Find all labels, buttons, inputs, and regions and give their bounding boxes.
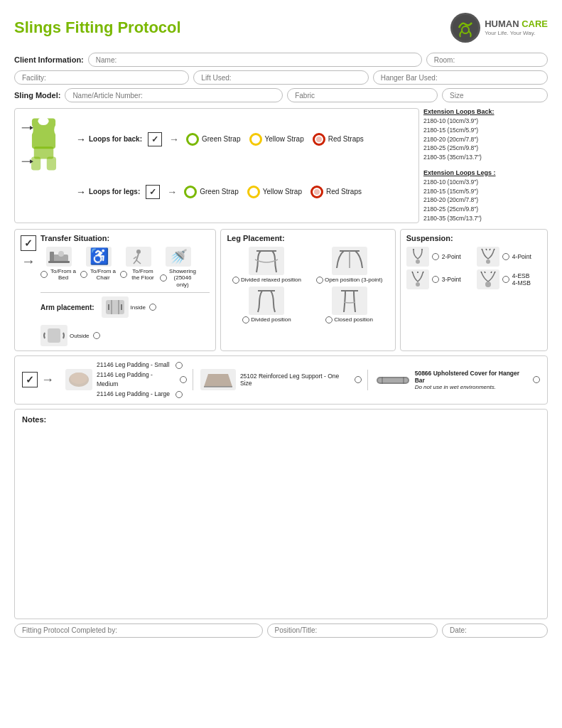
svg-line-45 [495,272,495,273]
right-arrow-leg: → [76,186,86,198]
red-circle-back [313,133,325,146]
floor-radio[interactable] [120,271,127,278]
susp-4esb[interactable]: 4-ESB4-MSB [477,269,541,289]
leg-open-icon [332,247,367,275]
svg-line-44 [491,272,492,273]
bed-icon [46,247,72,267]
ext-legs-list: 2180-10 (10cm/3.9") 2180-15 (15cm/5.9") … [423,178,548,223]
open-position-radio[interactable] [316,277,323,284]
4point-radio[interactable] [502,253,509,260]
leg-open[interactable]: Open position (3-point) [310,247,389,284]
svg-line-42 [481,272,482,273]
acc-hanger: 50866 Upholstered Cover for Hanger Bar D… [367,370,540,390]
susp-4esb-icon [477,269,499,289]
lift-input[interactable] [193,70,368,85]
svg-line-38 [412,272,413,273]
loops-main: → Loops for back: ✓ → Green Strap Yellow… [14,108,419,223]
arrow-leg: → [167,186,177,198]
leg-divided-icon [249,287,284,315]
date-input[interactable] [442,623,548,638]
arm-outside[interactable]: Outside [40,325,100,346]
svg-line-36 [494,249,495,250]
back-strap-options: Green Strap Yellow Strap Red Straps [186,133,364,146]
leg-medium-radio[interactable] [180,376,187,383]
leg-divided[interactable]: Divided position [227,287,306,323]
back-yellow-strap[interactable]: Yellow Strap [249,133,304,146]
svg-point-46 [485,282,491,287]
back-red-strap[interactable]: Red Straps [313,133,364,146]
divided-relaxed-radio[interactable] [232,277,239,284]
facility-input[interactable] [14,70,189,85]
footer-row [14,623,548,638]
client-info-label: Client Information: [14,55,84,64]
outside-radio[interactable] [93,332,100,339]
hanger-label: 50866 Upholstered Cover for Hanger Bar D… [415,370,529,390]
transfer-check-area: ✓ → [21,234,36,269]
arm-placement-section: Arm placement: [40,292,210,346]
leg-red-strap[interactable]: Red Straps [310,186,362,198]
4esb-radio[interactable] [502,276,509,283]
susp-2point[interactable]: 2-Point [406,247,471,267]
transfer-floor[interactable]: To/From the Floor [120,247,157,281]
divided-position-radio[interactable] [242,316,249,323]
svg-rect-7 [31,157,40,171]
svg-line-33 [482,249,482,250]
arm-inside[interactable]: Inside [102,296,156,318]
loops-rows: → Loops for back: ✓ → Green Strap Yellow… [76,113,413,218]
chair-icon: ♿ [86,247,112,267]
arm-inside-icon [102,296,129,318]
shower-radio[interactable] [160,274,167,282]
yellow-circle-back [249,133,262,146]
hanger-radio[interactable] [533,376,540,383]
transfer-section: ✓ → Transfer Situation: [14,229,216,352]
client-info-row1: Client Information: [14,53,548,67]
bed-radio[interactable] [40,271,48,278]
svg-rect-15 [48,261,70,263]
leg-large-radio[interactable] [175,391,183,398]
leg-support-label: 25102 Reinforced Leg Support - One Size [240,373,350,387]
logo-svg [452,14,479,41]
size-input[interactable] [442,88,548,102]
leg-closed[interactable]: Closed position [310,287,389,323]
completed-by-input[interactable] [14,623,263,638]
leg-small-radio[interactable] [175,362,183,369]
chair-radio[interactable] [80,271,87,278]
3point-radio[interactable] [432,276,439,283]
closed-position-radio[interactable] [325,316,333,323]
suspension-options: 2-Point 4-Point [406,247,541,289]
position-input[interactable] [267,623,438,638]
inside-radio[interactable] [149,304,156,311]
susp-3point[interactable]: 3-Point [406,269,471,289]
logo-icon [450,13,480,43]
svg-line-43 [485,272,485,273]
sling-name-input[interactable] [65,88,283,102]
transfer-shower[interactable]: 🚿 Showering(25046 only) [160,247,197,289]
suspension-section: Suspension: 2-Point [400,229,548,352]
green-circle-leg [184,186,197,198]
back-loops-label: → Loops for back: [76,134,142,145]
susp-4point-icon [477,247,499,267]
transfer-chair[interactable]: ♿ To/From a Chair [80,247,117,281]
leg-green-strap[interactable]: Green Strap [184,186,238,198]
notes-textarea[interactable] [22,427,540,611]
leg-yellow-strap[interactable]: Yellow Strap [247,186,302,198]
back-green-strap[interactable]: Green Strap [186,133,240,146]
hanger-input[interactable] [373,70,548,85]
sling-svg [21,113,67,177]
right-arrow-back: → [76,134,86,145]
svg-marker-49 [204,374,232,387]
shower-icon: 🚿 [166,247,191,267]
leg-loops-label: → Loops for legs: [76,186,140,198]
leg-closed-icon [332,287,367,315]
transfer-bed[interactable]: To/From a Bed [40,247,77,281]
susp-4point[interactable]: 4-Point [477,247,541,267]
name-input[interactable] [88,53,422,67]
leg-support-radio[interactable] [355,376,362,383]
leg-divided-relaxed[interactable]: Divided relaxed position [227,247,306,284]
fabric-input[interactable] [287,88,438,102]
acc-checkmark: ✓ [22,372,38,387]
page-title: Slings Fitting Protocol [14,19,181,36]
2point-radio[interactable] [432,253,439,260]
room-input[interactable] [426,53,548,67]
svg-line-40 [423,272,423,273]
